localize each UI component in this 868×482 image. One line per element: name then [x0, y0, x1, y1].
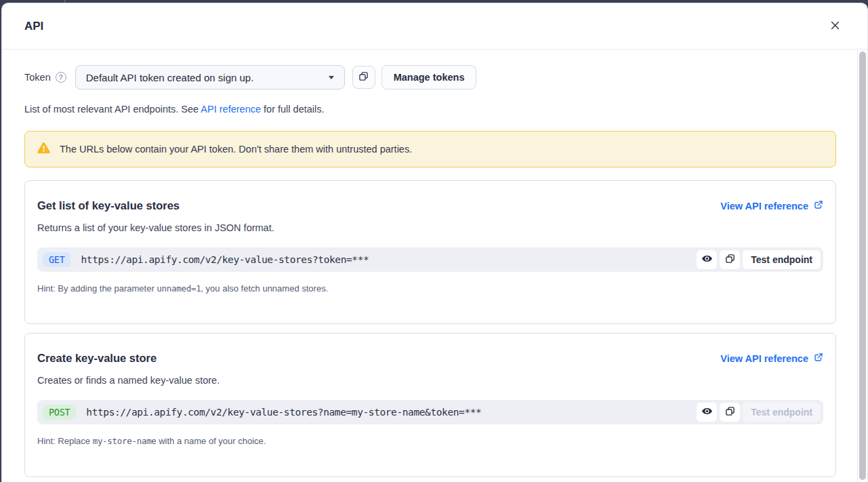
reveal-token-button[interactable] — [697, 250, 717, 269]
external-link-icon — [814, 353, 823, 364]
token-label: Token — [24, 72, 51, 83]
token-row: Token ? Default API token created on sig… — [24, 65, 836, 89]
dialog-body: Token ? Default API token created on sig… — [2, 49, 867, 481]
method-badge: GET — [43, 252, 70, 267]
view-api-reference-label: View API reference — [720, 201, 808, 212]
warning-banner: The URLs below contain your API token. D… — [24, 131, 836, 167]
method-badge: POST — [43, 405, 76, 420]
warning-text: The URLs below contain your API token. D… — [60, 144, 412, 155]
copy-icon — [725, 254, 735, 266]
warning-icon — [37, 141, 60, 157]
endpoint-url: https://api.apify.com/v2/key-value-store… — [81, 254, 369, 265]
endpoint-bar: GET https://api.apify.com/v2/key-value-s… — [37, 247, 823, 272]
endpoint-card-get-list: Get list of key-value stores View API re… — [24, 180, 836, 324]
scrollbar-track[interactable] — [857, 50, 867, 482]
endpoint-actions: Test endpoint — [697, 403, 821, 422]
hint-code: my-store-name — [93, 436, 157, 446]
hint-text: Hint: By adding the parameter unnamed=1,… — [37, 283, 823, 294]
api-reference-link[interactable]: API reference — [201, 104, 261, 115]
hint-before: Hint: Replace — [37, 436, 93, 446]
intro-text-before: List of most relevant API endpoints. See — [24, 104, 201, 115]
copy-url-button[interactable] — [720, 250, 740, 269]
intro-text-after: for full details. — [261, 104, 325, 115]
scrollbar-thumb[interactable] — [859, 52, 866, 480]
close-button[interactable] — [827, 18, 843, 35]
view-api-reference-link[interactable]: View API reference — [720, 353, 823, 364]
copy-icon — [358, 71, 369, 83]
copy-icon — [725, 406, 735, 418]
copy-url-button[interactable] — [720, 403, 740, 422]
test-endpoint-button[interactable]: Test endpoint — [743, 250, 821, 269]
endpoint-url: https://api.apify.com/v2/key-value-store… — [86, 407, 481, 418]
manage-tokens-button[interactable]: Manage tokens — [381, 65, 477, 89]
intro-text: List of most relevant API endpoints. See… — [24, 104, 836, 115]
hint-after: with a name of your choice. — [157, 436, 266, 446]
endpoint-bar: POST https://api.apify.com/v2/key-value-… — [37, 400, 823, 424]
page-title: API — [24, 20, 43, 33]
hint-text: Hint: Replace my-store-name with a name … — [37, 436, 823, 446]
card-title: Get list of key-value stores — [37, 199, 180, 212]
test-endpoint-button[interactable]: Test endpoint — [743, 403, 821, 422]
dialog-header: API — [2, 3, 867, 49]
view-api-reference-label: View API reference — [720, 353, 808, 364]
endpoint-card-create-store: Create key-value store View API referenc… — [24, 333, 836, 477]
chevron-down-icon — [329, 76, 334, 79]
eye-icon — [701, 405, 713, 419]
eye-icon — [701, 253, 713, 266]
close-icon — [829, 20, 841, 33]
hint-after: , you also fetch unnamed stores. — [201, 283, 328, 294]
external-link-icon — [814, 200, 823, 212]
token-select-value: Default API token created on sign up. — [86, 72, 254, 83]
token-select[interactable]: Default API token created on sign up. — [75, 65, 345, 89]
reveal-token-button[interactable] — [697, 403, 717, 422]
copy-token-button[interactable] — [352, 66, 375, 89]
help-icon[interactable]: ? — [56, 72, 66, 83]
endpoint-actions: Test endpoint — [697, 250, 821, 269]
hint-code: unnamed=1 — [157, 283, 201, 294]
card-header: Get list of key-value stores View API re… — [37, 199, 823, 212]
api-dialog: API Token ? Default API token created on… — [1, 3, 868, 482]
card-header: Create key-value store View API referenc… — [37, 352, 823, 365]
view-api-reference-link[interactable]: View API reference — [720, 200, 823, 212]
hint-before: Hint: By adding the parameter — [37, 283, 157, 294]
card-description: Creates or finds a named key-value store… — [37, 375, 823, 386]
card-description: Returns a list of your key-value stores … — [37, 222, 823, 233]
card-title: Create key-value store — [37, 352, 157, 365]
